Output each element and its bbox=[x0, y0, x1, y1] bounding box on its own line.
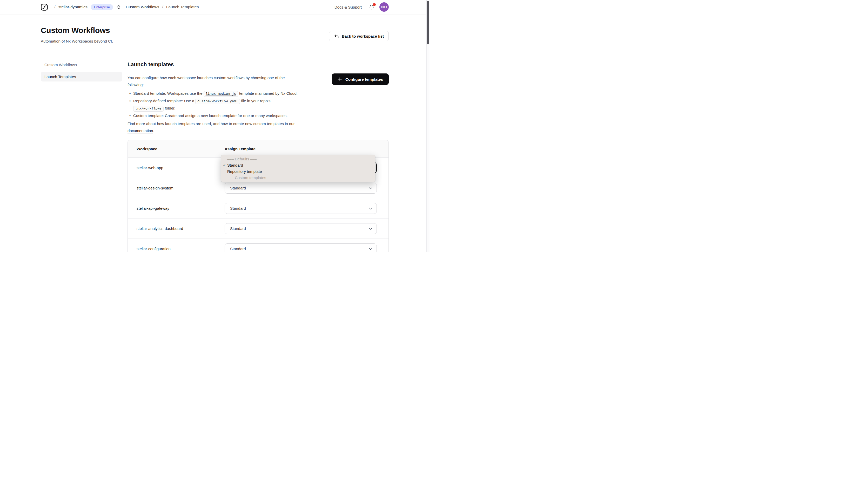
workspace-switcher-icon[interactable] bbox=[117, 4, 121, 10]
select-value: Standard bbox=[230, 247, 246, 251]
plus-icon bbox=[337, 77, 342, 81]
template-select-stellar-configuration[interactable]: Standard bbox=[225, 243, 377, 252]
docs-hint-prefix: Find more about how launch templates are… bbox=[127, 121, 295, 126]
nx-cloud-logo[interactable] bbox=[41, 4, 48, 11]
configure-templates-label: Configure templates bbox=[345, 77, 383, 81]
column-header-workspace: Workspace bbox=[137, 147, 225, 151]
back-button-label: Back to workspace list bbox=[342, 34, 384, 39]
list-item: Repository-defined template: Use a custo… bbox=[127, 97, 301, 112]
list-item: Standard template: Workspaces use the li… bbox=[127, 90, 301, 97]
breadcrumb-workspace[interactable]: stellar-dynamics bbox=[58, 5, 88, 9]
table-row: stellar-configuration Standard bbox=[128, 239, 389, 252]
chevron-down-icon bbox=[369, 228, 372, 230]
chevron-down-icon bbox=[369, 208, 372, 210]
workspace-name: stellar-web-app bbox=[137, 166, 225, 170]
code-linux-medium-js: linux-medium-js bbox=[204, 91, 238, 97]
breadcrumb-section[interactable]: Custom Workflows bbox=[126, 5, 159, 9]
workspace-name: stellar-api-gateway bbox=[137, 206, 225, 211]
breadcrumb-separator: / bbox=[54, 4, 56, 10]
table-row: stellar-api-gateway Standard bbox=[128, 198, 389, 218]
scrollbar-thumb[interactable] bbox=[427, 1, 429, 44]
breadcrumb-separator: / bbox=[162, 4, 163, 10]
dropdown-option-standard[interactable]: ✓Standard bbox=[221, 162, 375, 168]
table-row: stellar-analytics-dashboard Standard bbox=[128, 218, 389, 239]
breadcrumb: / stellar-dynamics Enterprise Custom Wor… bbox=[41, 4, 199, 11]
notifications-button[interactable] bbox=[369, 4, 375, 10]
dropdown-group-defaults: ––– Defaults ––– bbox=[221, 156, 375, 162]
dropdown-group-custom-templates: ––– Custom templates ––– bbox=[221, 175, 375, 181]
page-subtitle: Automation of Nx Workspaces beyond CI. bbox=[41, 39, 113, 44]
docs-hint-suffix: . bbox=[153, 128, 154, 133]
undo-arrow-icon bbox=[334, 34, 339, 39]
list-item: Custom template: Create and assign a new… bbox=[127, 112, 301, 119]
template-options-list: Standard template: Workspaces use the li… bbox=[127, 90, 301, 119]
select-value: Standard bbox=[230, 186, 246, 190]
enterprise-badge: Enterprise bbox=[91, 4, 113, 10]
chevron-down-icon bbox=[369, 187, 372, 189]
configure-templates-button[interactable]: Configure templates bbox=[332, 74, 389, 85]
intro-text: You can configure how each workspace lau… bbox=[127, 75, 298, 88]
template-dropdown-menu: ––– Defaults ––– ✓Standard Repository te… bbox=[221, 155, 375, 182]
bullet-text: Custom template: Create and assign a new… bbox=[133, 113, 287, 118]
launch-templates-panel: Configure templates Launch templates You… bbox=[127, 61, 389, 252]
user-avatar[interactable]: NO bbox=[379, 2, 389, 12]
bullet-text: Repository-defined template: Use a bbox=[133, 98, 195, 103]
settings-sidebar: Custom Workflows Launch Templates bbox=[41, 61, 122, 252]
code-custom-workflow-yaml: custom-workflow.yaml bbox=[195, 98, 240, 104]
back-to-workspace-list-button[interactable]: Back to workspace list bbox=[329, 31, 389, 41]
dropdown-option-label: Repository template bbox=[227, 169, 262, 174]
bullet-text: folder. bbox=[164, 106, 175, 110]
bullet-text: template maintained by Nx Cloud. bbox=[238, 91, 298, 95]
workspace-name: stellar-design-system bbox=[137, 186, 225, 190]
dropdown-option-label: Standard bbox=[227, 163, 243, 167]
template-select-stellar-analytics-dashboard[interactable]: Standard bbox=[225, 223, 377, 234]
chevron-down-icon bbox=[369, 248, 372, 250]
docs-hint-text: Find more about how launch templates are… bbox=[127, 120, 298, 134]
workspace-name: stellar-analytics-dashboard bbox=[137, 226, 225, 231]
documentation-link[interactable]: documentation bbox=[127, 128, 153, 133]
dropdown-option-repository-template[interactable]: Repository template bbox=[221, 168, 375, 175]
docs-support-link[interactable]: Docs & Support bbox=[334, 5, 362, 9]
notification-dot bbox=[373, 3, 376, 6]
select-value: Standard bbox=[230, 206, 246, 211]
column-header-assign-template: Assign Template bbox=[225, 147, 377, 151]
workspace-name: stellar-configuration bbox=[137, 247, 225, 251]
bullet-text: file in your repo's bbox=[240, 98, 270, 103]
code-nx-workflows: .nx/workflows bbox=[133, 106, 164, 111]
bullet-text: Standard template: Workspaces use the bbox=[133, 91, 204, 95]
page-title: Custom Workflows bbox=[41, 26, 113, 35]
sidebar-item-launch-templates[interactable]: Launch Templates bbox=[41, 72, 122, 81]
top-nav: / stellar-dynamics Enterprise Custom Wor… bbox=[0, 0, 430, 14]
sidebar-item-custom-workflows[interactable]: Custom Workflows bbox=[41, 61, 122, 68]
section-heading: Launch templates bbox=[127, 61, 389, 68]
breadcrumb-page: Launch Templates bbox=[166, 5, 199, 9]
scrollbar-track[interactable] bbox=[426, 0, 430, 252]
template-select-stellar-api-gateway[interactable]: Standard bbox=[225, 203, 377, 214]
template-select-stellar-design-system[interactable]: Standard bbox=[225, 183, 377, 194]
select-value: Standard bbox=[230, 226, 246, 231]
checkmark-icon: ✓ bbox=[223, 162, 226, 168]
